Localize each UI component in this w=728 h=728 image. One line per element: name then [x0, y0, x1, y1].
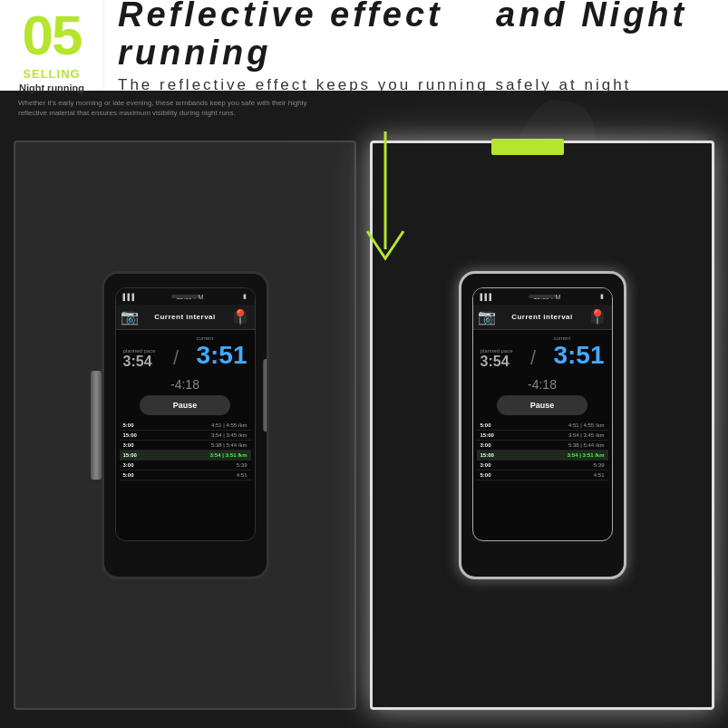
interval-row-n3: 3:00 5:38 | 5:44 /km [477, 441, 608, 451]
interval-row-1: 5:00 4:51 | 4:55 /km [120, 421, 251, 431]
battery-icon: ▮ [243, 293, 247, 300]
pace-divider: / [170, 346, 181, 370]
night-running-label: Night running [19, 83, 84, 93]
product-card-day: ▌▌▌ 12:39 PM ▮ 📷 Current interval 📍 plan… [14, 141, 356, 710]
planned-pace-value-night: 3:54 [480, 354, 513, 370]
stats-block: planned pace 3:54 / current 3:51 [116, 330, 255, 375]
subtitle: The reflective effect keeps you running … [118, 76, 728, 94]
camera-icon-night: 📷 [480, 311, 493, 324]
current-pace-block-night: current 3:51 [553, 335, 604, 370]
reflective-strip-left [91, 371, 102, 480]
planned-pace-block-night: planned pace 3:54 [480, 348, 513, 370]
current-pace-value-night: 3:51 [553, 341, 604, 370]
number-badge: 05 SELLING Night running [0, 0, 104, 91]
interval-table-night: 5:00 4:51 | 4:55 /km 15:00 3:54 | 3:45 /… [473, 421, 612, 480]
green-highlight-box [491, 139, 564, 155]
interval-row-n6: 5:00 4:51 [477, 471, 608, 480]
camera-icon: 📷 [123, 311, 136, 324]
stats-block-night: planned pace 3:54 / current 3:51 [473, 330, 612, 375]
selling-label: SELLING [23, 67, 80, 81]
pace-divider-night: / [528, 346, 539, 370]
current-pace-value: 3:51 [196, 341, 247, 370]
main-title: Reflective effect and Night running [118, 0, 728, 73]
armband-mockup-day: ▌▌▌ 12:39 PM ▮ 📷 Current interval 📍 plan… [94, 267, 276, 584]
pause-label: Pause [173, 401, 198, 410]
negative-time-night: -4:18 [473, 375, 612, 395]
app-header-title-night: Current interval [511, 313, 573, 321]
app-header-bar: 📷 Current interval 📍 [116, 305, 255, 330]
interval-row-3: 3:00 5:38 | 5:44 /km [120, 441, 251, 451]
phone-speaker [171, 295, 199, 298]
signal-icons-night: ▌▌▌ [480, 294, 494, 300]
armband-body-day: ▌▌▌ 12:39 PM ▮ 📷 Current interval 📍 plan… [102, 271, 269, 579]
title-part1: Reflective effect [118, 0, 443, 34]
current-pace-block: current 3:51 [196, 335, 247, 370]
interval-row-highlighted: 15:00 3:54 | 3:51 /km [120, 451, 251, 461]
phone-speaker-night [529, 295, 556, 298]
interval-row-n2: 15:00 3:54 | 3:45 /km [477, 431, 608, 441]
reflective-strip-right [263, 359, 269, 432]
armband-mockup-night: ▌▌▌ 12:39 PM ▮ 📷 Current interval 📍 plan… [451, 267, 633, 584]
interval-row-5: 3:00 5:39 [120, 461, 251, 471]
location-icon-night: 📍 [591, 311, 604, 324]
dark-section: Whether it's early morning or late eveni… [0, 91, 728, 728]
interval-row-n-highlighted: 15:00 3:54 | 3:51 /km [477, 451, 608, 461]
interval-row-2: 15:00 3:54 | 3:45 /km [120, 431, 251, 441]
armband-body-night: ▌▌▌ 12:39 PM ▮ 📷 Current interval 📍 plan… [459, 271, 626, 579]
interval-row-n5: 3:00 5:39 [477, 461, 608, 471]
green-arrow [340, 131, 431, 277]
pause-button[interactable]: Pause [140, 395, 230, 415]
app-header-bar-night: 📷 Current interval 📍 [473, 305, 612, 330]
pause-button-night[interactable]: Pause [497, 395, 587, 415]
planned-pace-block: planned pace 3:54 [123, 348, 156, 370]
interval-row-n1: 5:00 4:51 | 4:55 /km [477, 421, 608, 431]
pause-label-night: Pause [530, 401, 555, 410]
signal-icons: ▌▌▌ [123, 294, 137, 300]
negative-time: -4:18 [116, 375, 255, 395]
step-number: 05 [23, 7, 82, 63]
app-header-title: Current interval [154, 313, 216, 321]
planned-pace-value: 3:54 [123, 354, 156, 370]
phone-screen-night: ▌▌▌ 12:39 PM ▮ 📷 Current interval 📍 plan… [472, 287, 613, 541]
phone-screen-day: ▌▌▌ 12:39 PM ▮ 📷 Current interval 📍 plan… [115, 287, 256, 541]
location-icon: 📍 [234, 311, 247, 324]
interval-table: 5:00 4:51 | 4:55 /km 15:00 3:54 | 3:45 /… [116, 421, 255, 480]
description-text: Whether it's early morning or late eveni… [18, 98, 326, 118]
header-section: 05 SELLING Night running Reflective effe… [0, 0, 728, 91]
header-title-block: Reflective effect and Night running The … [104, 0, 728, 94]
battery-icon-night: ▮ [600, 293, 604, 300]
interval-row-6: 5:00 4:51 [120, 471, 251, 480]
